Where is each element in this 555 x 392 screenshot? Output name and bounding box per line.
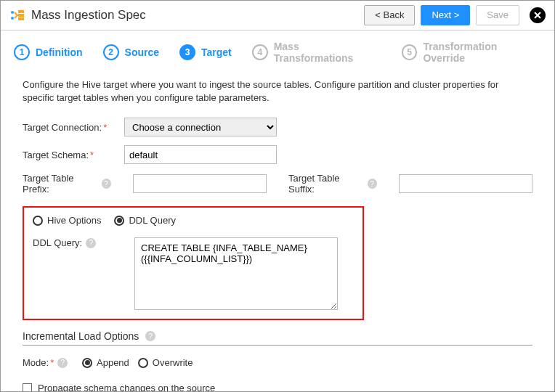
label-target-table-prefix: Target Table Prefix: ? <box>23 173 111 195</box>
ddl-section-highlight: Hive Options DDL Query DDL Query: ? <box>23 206 364 320</box>
save-button: Save <box>476 5 519 25</box>
panel-description: Configure the Hive target where you want… <box>23 78 532 105</box>
radio-icon <box>114 216 124 226</box>
help-icon[interactable]: ? <box>102 179 111 189</box>
header-bar: Mass Ingestion Spec < Back Next > Save <box>1 1 554 30</box>
target-connection-select[interactable]: Choose a connection <box>124 118 277 136</box>
section-divider <box>23 345 532 346</box>
radio-icon <box>82 358 92 368</box>
step-target[interactable]: 3 Target <box>179 44 232 60</box>
label-mode: Mode:* ? <box>23 357 73 368</box>
step-source[interactable]: 2 Source <box>103 44 159 60</box>
help-icon[interactable]: ? <box>57 358 68 368</box>
wizard-steps: 1 Definition 2 Source 3 Target 4 Mass Tr… <box>1 30 554 71</box>
ddl-query-textarea[interactable] <box>134 237 338 310</box>
label-target-schema: Target Schema:* <box>23 150 124 160</box>
row-target-connection: Target Connection:* Choose a connection <box>23 118 532 136</box>
row-mode: Mode:* ? Append Overwrite <box>23 357 532 368</box>
target-schema-input[interactable] <box>124 145 277 164</box>
svg-rect-3 <box>18 14 24 17</box>
svg-rect-2 <box>18 10 24 13</box>
page-title: Mass Ingestion Spec <box>31 8 146 23</box>
radio-icon <box>33 216 43 226</box>
row-target-schema: Target Schema:* <box>23 145 532 164</box>
row-propagate-schema[interactable]: Propagate schema changes on the source <box>23 383 532 392</box>
row-ddl-query: DDL Query: ? <box>33 237 354 310</box>
radio-icon <box>138 358 148 368</box>
svg-point-1 <box>11 17 14 20</box>
help-icon[interactable]: ? <box>368 179 377 189</box>
help-icon[interactable]: ? <box>145 331 155 341</box>
row-prefix-suffix: Target Table Prefix: ? Target Table Suff… <box>23 173 532 195</box>
target-table-prefix-input[interactable] <box>133 174 267 193</box>
radio-mode-overwrite[interactable]: Overwrite <box>138 357 193 368</box>
back-button[interactable]: < Back <box>364 5 415 25</box>
help-icon[interactable]: ? <box>86 238 96 248</box>
incremental-load-header: Incremental Load Options ? <box>23 330 532 342</box>
step-transformation-override[interactable]: 5 Transformation Override <box>402 41 541 64</box>
svg-rect-4 <box>18 17 24 20</box>
label-ddl-query: DDL Query: ? <box>33 237 134 248</box>
step-mass-transformations[interactable]: 4 Mass Transformations <box>252 41 381 64</box>
target-options-radio-group: Hive Options DDL Query <box>33 215 354 226</box>
label-target-table-suffix: Target Table Suffix: ? <box>288 173 377 195</box>
wizard-frame: Mass Ingestion Spec < Back Next > Save 1… <box>0 0 555 392</box>
mass-ingestion-icon <box>9 8 25 23</box>
label-propagate-schema: Propagate schema changes on the source <box>38 383 215 392</box>
target-table-suffix-input[interactable] <box>399 174 532 193</box>
label-target-connection: Target Connection:* <box>23 122 124 133</box>
close-icon[interactable] <box>530 7 546 23</box>
radio-hive-options[interactable]: Hive Options <box>33 215 101 226</box>
next-button[interactable]: Next > <box>421 5 470 25</box>
step-definition[interactable]: 1 Definition <box>14 44 83 60</box>
radio-ddl-query[interactable]: DDL Query <box>114 215 176 226</box>
svg-point-0 <box>11 11 14 14</box>
radio-mode-append[interactable]: Append <box>82 357 129 368</box>
target-panel: Configure the Hive target where you want… <box>1 71 554 392</box>
checkbox-icon <box>23 383 32 392</box>
